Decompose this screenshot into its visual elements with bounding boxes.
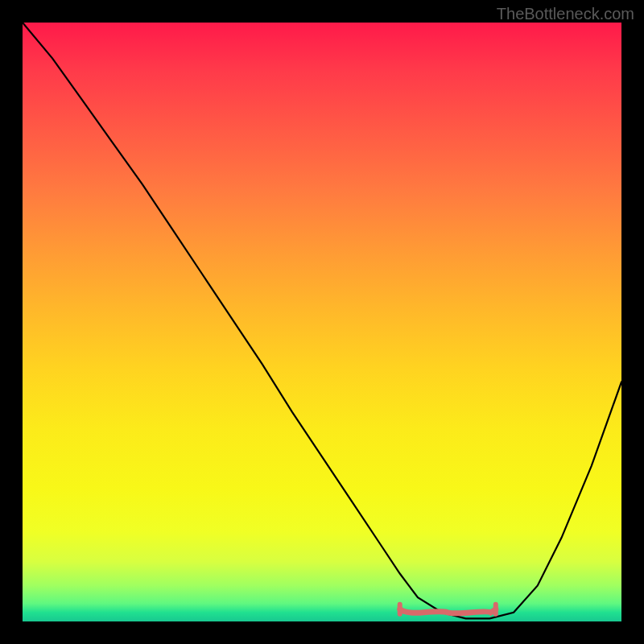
- plot-area: [23, 23, 621, 621]
- chart-svg: [23, 23, 621, 621]
- flat-highlight-segment: [400, 609, 496, 613]
- bottleneck-curve: [23, 23, 621, 618]
- watermark-text: TheBottleneck.com: [497, 5, 634, 23]
